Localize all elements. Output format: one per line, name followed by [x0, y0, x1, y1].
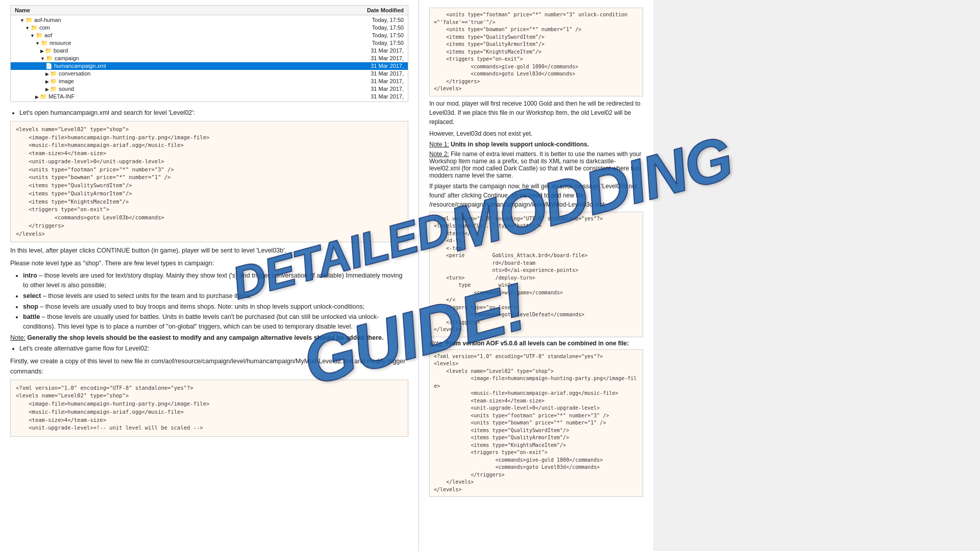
text-5: Firstly, we create a copy of this level … — [10, 356, 408, 377]
note-shop: Note: Generally the shop levels should b… — [10, 334, 408, 341]
col-date: Date Modified — [367, 7, 404, 13]
file-row[interactable]: ▼📁aof Today, 17:50 — [11, 32, 408, 39]
text-2: In this level, after player clicks CONTI… — [10, 245, 408, 256]
rp-code-combined: <?xml version="1.0" encoding="UTF-8" sta… — [429, 349, 643, 497]
file-row[interactable]: ▶📁conversation 31 Mar 2017, — [11, 70, 408, 78]
bullet-intro: intro – those levels are used for text/s… — [23, 271, 408, 290]
file-row[interactable]: ▶📁image 31 Mar 2017, — [11, 78, 408, 85]
file-row[interactable]: ▼📁com Today, 17:50 — [11, 24, 408, 32]
rp-text-3: If player starts the campaign now, he wi… — [429, 182, 643, 209]
rp-code-battle-text: <?xml version="1.0" encoding="UTF-8" sta… — [434, 215, 639, 334]
bullet-item: Let's open humancampaign.xml and search … — [19, 108, 408, 118]
rp-code-top-text: <units type="footman" price="*" number="… — [434, 11, 639, 93]
code-text-1: <levels name="Level02" type="shop"> <ima… — [16, 126, 403, 238]
rp-note-3: Note: From version AOF v5.0.6 all levels… — [429, 340, 643, 347]
rp-code-top: <units type="footman" price="*" number="… — [429, 8, 643, 96]
code-block-1: <levels name="Level02" type="shop"> <ima… — [10, 121, 408, 243]
bullet-shop: shop – those levels are usually used to … — [23, 302, 408, 312]
file-explorer-header: Name Date Modified — [11, 6, 408, 15]
file-row[interactable]: ▼📁resource Today, 17:50 — [11, 39, 408, 47]
right-panel: <units type="footman" price="*" number="… — [419, 0, 653, 551]
file-row[interactable]: ▼📁aof-human Today, 17:50 — [11, 16, 408, 24]
col-name: Name — [15, 7, 30, 13]
file-explorer: Name Date Modified ▼📁aof-human Today, 17… — [10, 5, 408, 102]
file-row[interactable]: ▶📁board 31 Mar 2017, — [11, 47, 408, 55]
file-row[interactable]: ▶📁sound 31 Mar 2017, — [11, 85, 408, 93]
file-row-selected[interactable]: 📄humancampaign.xml 31 Mar 2017, — [11, 62, 408, 70]
create-flow-text: Let's create alternative game flow for L… — [19, 344, 408, 354]
main-content: Name Date Modified ▼📁aof-human Today, 17… — [0, 0, 980, 551]
text-3: Please note level type as "shop". There … — [10, 258, 408, 268]
rp-code-combined-text: <?xml version="1.0" encoding="UTF-8" sta… — [434, 353, 639, 494]
file-explorer-body: ▼📁aof-human Today, 17:50 ▼📁com Today, 17… — [11, 15, 408, 102]
rp-code-battle: <?xml version="1.0" encoding="UTF-8" sta… — [429, 212, 643, 337]
rp-note-1: Note 1: Units in shop levels support unl… — [429, 141, 643, 148]
code-text-2: <?xml version="1.0" encoding="UTF-8" sta… — [16, 384, 403, 433]
bullet-select: select – those levels are used to select… — [23, 291, 408, 301]
level-types-list: intro – those levels are used for text/s… — [23, 271, 408, 332]
rp-note-2: Note 2: File name of extra level matters… — [429, 151, 643, 179]
rp-text-1: In our mod, player will first receive 10… — [429, 99, 643, 127]
rp-text-2: However, Level03d does not exist yet. — [429, 129, 643, 138]
intro-text: Let's open humancampaign.xml and search … — [10, 108, 408, 118]
code-block-2: <?xml version="1.0" encoding="UTF-8" sta… — [10, 380, 408, 437]
left-panel: Name Date Modified ▼📁aof-human Today, 17… — [0, 0, 419, 551]
file-row[interactable]: ▶📁META-INF 31 Mar 2017, — [11, 93, 408, 101]
bullet-battle: battle – those levels are usually used f… — [23, 312, 408, 332]
file-row[interactable]: ▼📁campaign 31 Mar 2017, — [11, 55, 408, 62]
